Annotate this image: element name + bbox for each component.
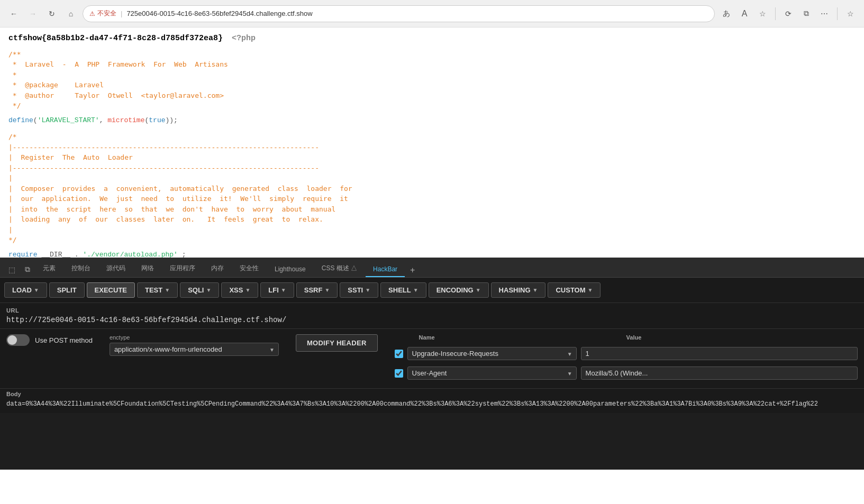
modify-header-button[interactable]: MODIFY HEADER <box>296 334 378 352</box>
hackbar-ssti-button[interactable]: SSTI ▼ <box>340 282 378 298</box>
tab-application[interactable]: 应用程序 <box>162 261 203 277</box>
security-warning: ⚠ 不安全 <box>89 9 116 18</box>
enctype-group: enctype application/x-www-form-urlencode… <box>110 334 279 356</box>
xss-dropdown-arrow: ▼ <box>245 287 250 293</box>
header-1-checkbox[interactable] <box>395 350 403 358</box>
post-method-toggle-group: Use POST method <box>6 334 93 346</box>
favorites-button[interactable]: ☆ <box>755 6 770 21</box>
sqli-dropdown-arrow: ▼ <box>206 287 211 293</box>
require-line: require __DIR__ . './vendor/autoload.php… <box>8 250 856 258</box>
tab-elements[interactable]: 元素 <box>35 261 63 277</box>
hackbar-custom-button[interactable]: CUSTOM ▼ <box>548 282 601 298</box>
header-1-name-select[interactable]: Upgrade-Insecure-Requests <box>407 347 577 360</box>
load-dropdown-arrow: ▼ <box>34 287 39 293</box>
header-2-value-input[interactable] <box>581 366 858 380</box>
hashing-dropdown-arrow: ▼ <box>533 287 538 293</box>
hackbar-hashing-button[interactable]: HASHING ▼ <box>491 282 546 298</box>
devtools-tabs: ⬚ ⧉ 元素 控制台 源代码 网络 应用程序 内存 安全性 Lighthouse… <box>0 258 864 278</box>
extensions-button[interactable]: ☆ <box>843 6 858 21</box>
split-button[interactable]: ⧉ <box>799 6 814 21</box>
ssrf-dropdown-arrow: ▼ <box>324 287 330 293</box>
hackbar-lfi-button[interactable]: LFI ▼ <box>260 282 294 298</box>
header-row-1: Upgrade-Insecure-Requests ▼ <box>395 347 858 360</box>
tab-add-button[interactable]: + <box>406 263 419 277</box>
tab-lighthouse[interactable]: Lighthouse <box>267 262 313 277</box>
hackbar-ssrf-button[interactable]: SSRF ▼ <box>296 282 338 298</box>
hackbar-xss-button[interactable]: XSS ▼ <box>221 282 258 298</box>
enctype-select[interactable]: application/x-www-form-urlencoded multip… <box>110 343 279 356</box>
hackbar-load-button[interactable]: LOAD ▼ <box>4 282 47 298</box>
back-button[interactable]: ← <box>6 6 21 21</box>
browser-chrome: ← → ↻ ⌂ ⚠ 不安全 | 725e0046-0015-4c16-8e63-… <box>0 0 864 28</box>
header-2-name-select[interactable]: User-Agent <box>407 366 577 380</box>
tab-network[interactable]: 网络 <box>134 261 161 277</box>
reader-view-button[interactable]: A <box>737 6 752 21</box>
hackbar-encoding-button[interactable]: ENCODING ▼ <box>429 282 489 298</box>
header-fields: Name Value Upgrade-Insecure-Requests ▼ <box>395 334 858 383</box>
hackbar-shell-button[interactable]: SHELL ▼ <box>380 282 426 298</box>
divider2 <box>837 7 838 20</box>
test-dropdown-arrow: ▼ <box>165 287 170 293</box>
devtools-icon-device[interactable]: ⧉ <box>21 262 34 277</box>
url-section: URL http://725e0046-0015-4c16-8e63-56bfe… <box>0 303 864 329</box>
post-method-label: Use POST method <box>35 336 93 344</box>
tab-hackbar[interactable]: HackBar <box>366 262 405 277</box>
toggle-knob <box>7 335 17 345</box>
tab-memory[interactable]: 内存 <box>204 261 231 277</box>
body-label: Body <box>6 391 858 397</box>
name-col-label: Name <box>419 334 599 341</box>
body-value[interactable]: data=0%3A44%3A%22Illuminate%5CFoundation… <box>6 399 858 409</box>
divider <box>775 7 776 20</box>
tab-css-overview[interactable]: CSS 概述 △ <box>314 261 365 277</box>
chrome-actions: あ A ☆ ⟳ ⧉ ⋯ ☆ <box>719 6 858 21</box>
define-line: define('LARAVEL_START', microtime(true))… <box>8 115 856 126</box>
more-button[interactable]: ⋯ <box>817 6 832 21</box>
reload-button[interactable]: ↻ <box>44 6 59 21</box>
flag-line: ctfshow{8a58b1b2-da47-4f71-8c28-d785df37… <box>8 33 856 45</box>
encoding-dropdown-arrow: ▼ <box>476 287 481 293</box>
address-bar: ⚠ 不安全 | 725e0046-0015-4c16-8e63-56bfef29… <box>83 5 715 22</box>
hackbar-options: Use POST method enctype application/x-ww… <box>0 329 864 389</box>
hackbar-sqli-button[interactable]: SQLI ▼ <box>180 282 219 298</box>
code-comment-block: /** * Laravel - A PHP Framework For Web … <box>8 50 228 110</box>
body-section: Body data=0%3A44%3A%22Illuminate%5CFound… <box>0 389 864 413</box>
hackbar-toolbar: LOAD ▼ SPLIT EXECUTE TEST ▼ SQLI ▼ XSS ▼… <box>0 278 864 303</box>
url-display[interactable]: 725e0046-0015-4c16-8e63-56bfef2945d4.cha… <box>126 10 312 17</box>
header-labels-row: Name Value <box>395 334 858 341</box>
header-2-checkbox[interactable] <box>395 369 403 378</box>
url-label: URL <box>6 307 858 314</box>
post-method-toggle[interactable] <box>6 334 30 346</box>
tab-sources[interactable]: 源代码 <box>99 261 133 277</box>
devtools-icon-inspect[interactable]: ⬚ <box>4 262 20 277</box>
devtools-panel: ⬚ ⧉ 元素 控制台 源代码 网络 应用程序 内存 安全性 Lighthouse… <box>0 258 864 470</box>
header-1-value-input[interactable] <box>581 347 858 360</box>
page-content: ctfshow{8a58b1b2-da47-4f71-8c28-d785df37… <box>0 28 864 258</box>
header-1-name-wrapper: Upgrade-Insecure-Requests ▼ <box>407 347 577 360</box>
ssti-dropdown-arrow: ▼ <box>365 287 370 293</box>
php-tag: <?php <box>232 34 256 43</box>
enctype-wrapper: application/x-www-form-urlencoded multip… <box>110 343 279 356</box>
sync-button[interactable]: ⟳ <box>781 6 796 21</box>
flag-text: ctfshow{8a58b1b2-da47-4f71-8c28-d785df37… <box>8 34 223 43</box>
url-value[interactable]: http://725e0046-0015-4c16-8e63-56bfef294… <box>6 316 858 324</box>
hackbar-split-button[interactable]: SPLIT <box>49 282 85 298</box>
code-block: /** * Laravel - A PHP Framework For Web … <box>8 49 856 111</box>
custom-dropdown-arrow: ▼ <box>588 287 593 293</box>
tab-security[interactable]: 安全性 <box>232 261 266 277</box>
header-row-2: User-Agent ▼ <box>395 366 858 380</box>
hackbar-execute-button[interactable]: EXECUTE <box>87 282 135 298</box>
hackbar-test-button[interactable]: TEST ▼ <box>137 282 178 298</box>
lfi-dropdown-arrow: ▼ <box>281 287 286 293</box>
home-button[interactable]: ⌂ <box>63 6 78 21</box>
shell-dropdown-arrow: ▼ <box>413 287 419 293</box>
value-col-label: Value <box>626 334 642 341</box>
autoloader-comment: /* |------------------------------------… <box>8 132 856 245</box>
reading-mode-button[interactable]: あ <box>719 6 734 21</box>
header-2-name-wrapper: User-Agent ▼ <box>407 366 577 380</box>
forward-button[interactable]: → <box>25 6 40 21</box>
enctype-label: enctype <box>110 334 279 341</box>
tab-console[interactable]: 控制台 <box>64 261 98 277</box>
